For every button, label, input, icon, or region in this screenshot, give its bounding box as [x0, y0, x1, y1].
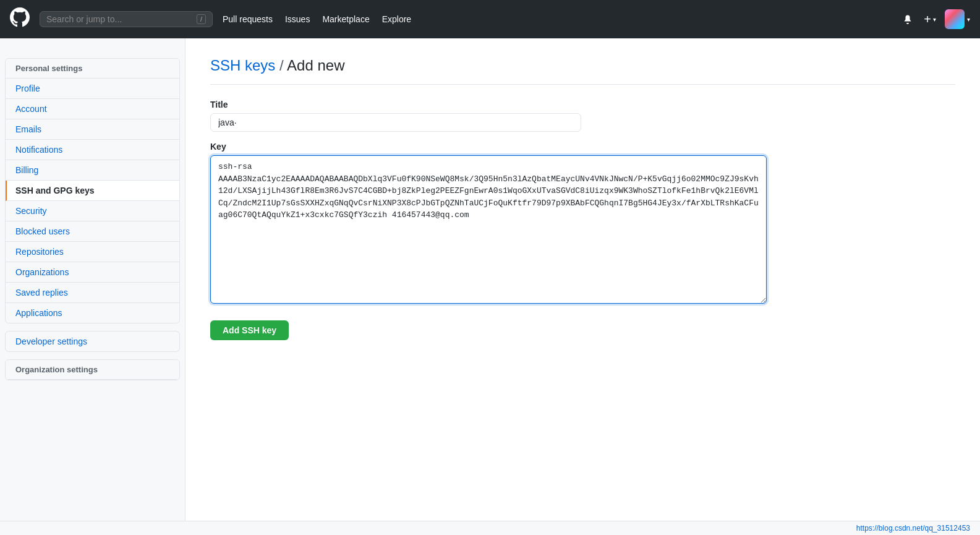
page-layout: Personal settings Profile Account Emails…	[0, 38, 980, 535]
personal-settings-section: Personal settings Profile Account Emails…	[5, 58, 180, 323]
org-settings-title: Organization settings	[6, 360, 179, 380]
search-input[interactable]	[46, 14, 192, 24]
main-content: SSH keys / Add new Title Key Add SSH key	[185, 38, 980, 535]
title-label: Title	[210, 100, 955, 109]
sidebar-item-developer-settings[interactable]: Developer settings	[6, 332, 179, 351]
key-textarea[interactable]	[210, 155, 767, 304]
avatar-chevron: ▾	[967, 16, 970, 23]
breadcrumb-divider: /	[275, 57, 287, 74]
add-ssh-key-button[interactable]: Add SSH key	[210, 320, 289, 340]
sidebar-item-applications[interactable]: Applications	[6, 303, 179, 323]
nav-explore[interactable]: Explore	[382, 14, 411, 24]
status-bar: https://blog.csdn.net/qq_31512453	[0, 521, 980, 535]
search-box[interactable]: /	[40, 11, 213, 27]
nav-pull-requests[interactable]: Pull requests	[223, 14, 273, 24]
title-input[interactable]	[210, 113, 581, 132]
github-logo[interactable]	[10, 7, 30, 31]
breadcrumb-link[interactable]: SSH keys	[210, 57, 275, 74]
sidebar-item-blocked-users[interactable]: Blocked users	[6, 221, 179, 242]
developer-settings-section: Developer settings	[5, 331, 180, 352]
notifications-button[interactable]	[900, 12, 915, 27]
avatar-section[interactable]: ▾	[945, 9, 970, 29]
sidebar-item-organizations[interactable]: Organizations	[6, 262, 179, 283]
sidebar-item-account[interactable]: Account	[6, 99, 179, 119]
add-button[interactable]: + ▾	[921, 10, 939, 29]
sidebar-item-security[interactable]: Security	[6, 201, 179, 221]
sidebar-item-profile[interactable]: Profile	[6, 79, 179, 99]
title-group: Title	[210, 100, 955, 132]
kbd-slash: /	[197, 14, 206, 24]
sidebar: Personal settings Profile Account Emails…	[0, 38, 185, 535]
status-url: https://blog.csdn.net/qq_31512453	[856, 524, 970, 533]
nav-issues[interactable]: Issues	[285, 14, 310, 24]
top-navbar: / Pull requests Issues Marketplace Explo…	[0, 0, 980, 38]
page-header: SSH keys / Add new	[210, 57, 955, 85]
sidebar-item-saved-replies[interactable]: Saved replies	[6, 283, 179, 303]
plus-icon: +	[924, 12, 931, 27]
org-settings-section: Organization settings	[5, 359, 180, 380]
sidebar-item-emails[interactable]: Emails	[6, 119, 179, 140]
sidebar-item-billing[interactable]: Billing	[6, 160, 179, 181]
avatar[interactable]	[945, 9, 965, 29]
sidebar-item-repositories[interactable]: Repositories	[6, 242, 179, 262]
sidebar-item-ssh-gpg-keys[interactable]: SSH and GPG keys	[6, 181, 179, 201]
breadcrumb-current: Add new	[287, 57, 344, 74]
personal-settings-title: Personal settings	[6, 59, 179, 79]
sidebar-item-notifications[interactable]: Notifications	[6, 140, 179, 160]
navbar-right: + ▾ ▾	[900, 9, 970, 29]
main-nav: Pull requests Issues Marketplace Explore	[223, 14, 890, 24]
key-label: Key	[210, 142, 955, 152]
chevron-down-icon: ▾	[933, 16, 936, 23]
key-group: Key	[210, 142, 955, 306]
nav-marketplace[interactable]: Marketplace	[322, 14, 369, 24]
